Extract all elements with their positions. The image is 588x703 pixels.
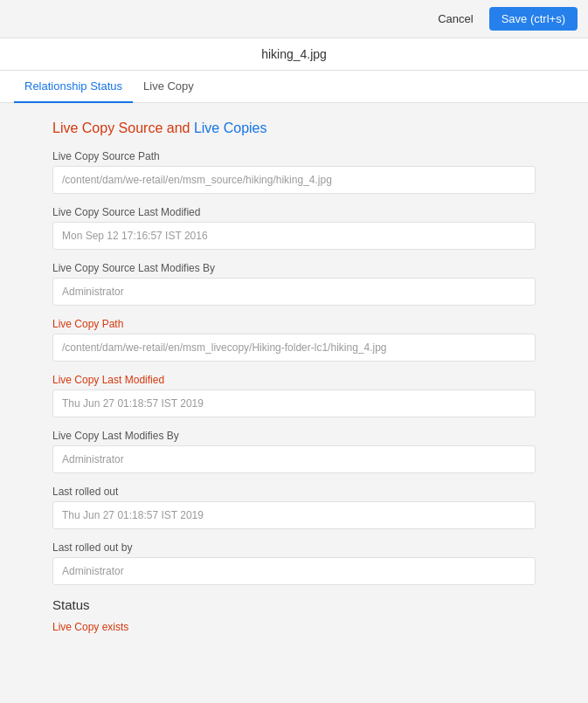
status-section: Status Live Copy exists: [52, 597, 536, 633]
scrollable-content[interactable]: Live Copy Source and Live Copies Live Co…: [0, 103, 588, 703]
field-group-4: Live Copy Last ModifiedThu Jun 27 01:18:…: [52, 374, 536, 417]
field-value-1: Mon Sep 12 17:16:57 IST 2016: [52, 222, 536, 250]
status-value: Live Copy exists: [52, 621, 536, 633]
field-group-1: Live Copy Source Last ModifiedMon Sep 12…: [52, 206, 536, 250]
field-value-4: Thu Jun 27 01:18:57 IST 2019: [52, 389, 536, 417]
field-value-6: Thu Jun 27 01:18:57 IST 2019: [52, 501, 536, 529]
field-label-4: Live Copy Last Modified: [52, 374, 536, 386]
field-group-6: Last rolled outThu Jun 27 01:18:57 IST 2…: [52, 486, 536, 529]
status-title: Status: [52, 597, 536, 612]
content-area: Live Copy Source and Live Copies Live Co…: [0, 103, 588, 703]
cancel-button[interactable]: Cancel: [429, 7, 481, 31]
field-group-7: Last rolled out byAdministrator: [52, 541, 536, 585]
field-label-7: Last rolled out by: [52, 541, 536, 554]
field-group-3: Live Copy Path/content/dam/we-retail/en/…: [52, 318, 536, 362]
field-label-2: Live Copy Source Last Modifies By: [52, 262, 536, 274]
field-value-5: Administrator: [52, 445, 536, 473]
field-group-2: Live Copy Source Last Modifies ByAdminis…: [52, 262, 536, 306]
save-button[interactable]: Save (ctrl+s): [489, 7, 578, 31]
app-wrapper: Cancel Save (ctrl+s) hiking_4.jpg Relati…: [0, 0, 588, 703]
field-label-0: Live Copy Source Path: [52, 150, 536, 162]
field-value-0: /content/dam/we-retail/en/msm_source/hik…: [52, 166, 536, 194]
field-label-1: Live Copy Source Last Modified: [52, 206, 536, 218]
tab-relationship-status[interactable]: Relationship Status: [14, 71, 133, 103]
tabs: Relationship Status Live Copy: [0, 71, 588, 103]
field-label-3: Live Copy Path: [52, 318, 536, 330]
field-group-0: Live Copy Source Path/content/dam/we-ret…: [52, 150, 536, 194]
field-label-6: Last rolled out: [52, 486, 536, 498]
field-value-7: Administrator: [52, 557, 536, 585]
field-value-3: /content/dam/we-retail/en/msm_livecopy/H…: [52, 334, 536, 362]
section-heading: Live Copy Source and Live Copies: [52, 121, 536, 136]
fields-container: Live Copy Source Path/content/dam/we-ret…: [52, 150, 536, 585]
tab-live-copy[interactable]: Live Copy: [133, 71, 204, 103]
top-bar: Cancel Save (ctrl+s): [0, 0, 588, 38]
section-title-prefix: Live Copy Source and Live Copies: [52, 121, 266, 135]
file-title: hiking_4.jpg: [0, 38, 588, 71]
field-label-5: Live Copy Last Modifies By: [52, 430, 536, 442]
field-group-5: Live Copy Last Modifies ByAdministrator: [52, 430, 536, 473]
field-value-2: Administrator: [52, 278, 536, 306]
